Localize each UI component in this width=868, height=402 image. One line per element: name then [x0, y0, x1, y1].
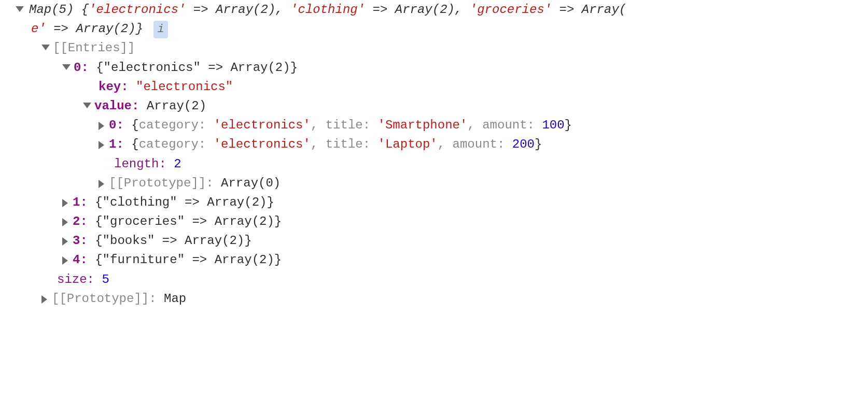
entry-0[interactable]: 0: {"electronics" => Array(2)}: [0, 58, 868, 77]
array-length: length: 2: [0, 154, 868, 174]
chevron-right-icon[interactable]: [62, 256, 68, 265]
value-label: value:: [94, 99, 139, 113]
chevron-down-icon[interactable]: [62, 64, 71, 70]
prop-amount: amount:: [482, 118, 542, 132]
chevron-right-icon[interactable]: [99, 141, 104, 149]
val-title: 'Smartphone': [378, 118, 468, 132]
prop-title: title:: [326, 118, 378, 132]
prop-amount: amount:: [453, 137, 512, 151]
chevron-down-icon[interactable]: [41, 45, 50, 50]
key-value: "electronics": [129, 80, 233, 94]
val-category: 'electronics': [214, 118, 311, 132]
item-index: 0:: [109, 118, 124, 132]
summary-rest: => Array(2)}: [46, 22, 143, 36]
entry-0-key: key: "electronics": [0, 77, 868, 96]
chevron-right-icon[interactable]: [41, 295, 47, 304]
val-title: 'Laptop': [378, 137, 438, 151]
array-item-0[interactable]: 0: {category: 'electronics', title: 'Sma…: [0, 116, 868, 135]
entry-2[interactable]: 2: {"groceries" => Array(2)}: [0, 212, 868, 231]
map-key-electronics: 'electronics': [89, 3, 186, 17]
arrow: =>: [186, 3, 216, 17]
chevron-right-icon[interactable]: [62, 237, 68, 246]
array-item-1[interactable]: 1: {category: 'electronics', title: 'Lap…: [0, 135, 868, 154]
chevron-down-icon[interactable]: [16, 6, 24, 12]
entry-0-value[interactable]: value: Array(2): [0, 96, 868, 116]
val-category: 'electronics': [214, 137, 311, 151]
entry-head: {"furniture" => Array(2)}: [88, 253, 282, 267]
info-icon[interactable]: i: [153, 21, 167, 38]
map-key-truncated: e': [31, 22, 46, 36]
entries-label: [[Entries]]: [53, 38, 135, 58]
map-size: size: 5: [0, 270, 868, 289]
val-amount: 200: [512, 137, 535, 151]
prototype-label: [[Prototype]]:: [52, 292, 157, 306]
length-value: 2: [166, 157, 181, 171]
prototype-label: [[Prototype]]:: [109, 176, 214, 190]
prop-category: category:: [139, 137, 214, 151]
entry-1[interactable]: 1: {"clothing" => Array(2)}: [0, 193, 868, 212]
entries-node[interactable]: [[Entries]]: [0, 38, 868, 58]
size-label: size:: [57, 272, 94, 286]
map-key-groceries: 'groceries': [470, 3, 552, 17]
chevron-right-icon[interactable]: [99, 180, 104, 188]
map-prototype[interactable]: [[Prototype]]: Map: [0, 289, 868, 308]
entry-4[interactable]: 4: {"furniture" => Array(2)}: [0, 250, 868, 269]
prototype-value: Map: [157, 292, 187, 306]
length-label: length:: [114, 157, 166, 171]
entry-index: 0:: [74, 61, 89, 75]
map-prefix: Map(5) {: [29, 3, 89, 17]
entry-head: {"groceries" => Array(2)}: [88, 214, 282, 228]
chevron-right-icon[interactable]: [62, 218, 68, 226]
entry-index: 1:: [73, 195, 88, 209]
entry-head: {"clothing" => Array(2)}: [88, 195, 274, 209]
chevron-down-icon[interactable]: [83, 103, 91, 108]
entry-3[interactable]: 3: {"books" => Array(2)}: [0, 231, 868, 250]
chevron-right-icon[interactable]: [62, 199, 68, 207]
chevron-right-icon[interactable]: [99, 122, 104, 130]
entry-index: 2:: [73, 214, 88, 228]
prop-category: category:: [139, 118, 214, 132]
array-type: Array(2): [216, 3, 275, 17]
prototype-value: Array(0): [214, 176, 281, 190]
value-type: Array(2): [139, 99, 206, 113]
entry-index: 3:: [73, 234, 88, 248]
val-amount: 100: [542, 118, 564, 132]
size-value: 5: [94, 272, 109, 286]
array-truncated: Array(: [582, 3, 626, 17]
map-summary[interactable]: Map(5) {'electronics' => Array(2), 'clot…: [0, 0, 868, 38]
entry-head: {"books" => Array(2)}: [88, 234, 252, 248]
map-key-clothing: 'clothing': [290, 3, 365, 17]
item-index: 1:: [109, 137, 124, 151]
array-prototype[interactable]: [[Prototype]]: Array(0): [0, 174, 868, 193]
key-label: key:: [99, 80, 129, 94]
entry-index: 4:: [73, 253, 88, 267]
entry-head: {"electronics" => Array(2)}: [89, 61, 298, 75]
prop-title: title:: [326, 137, 378, 151]
